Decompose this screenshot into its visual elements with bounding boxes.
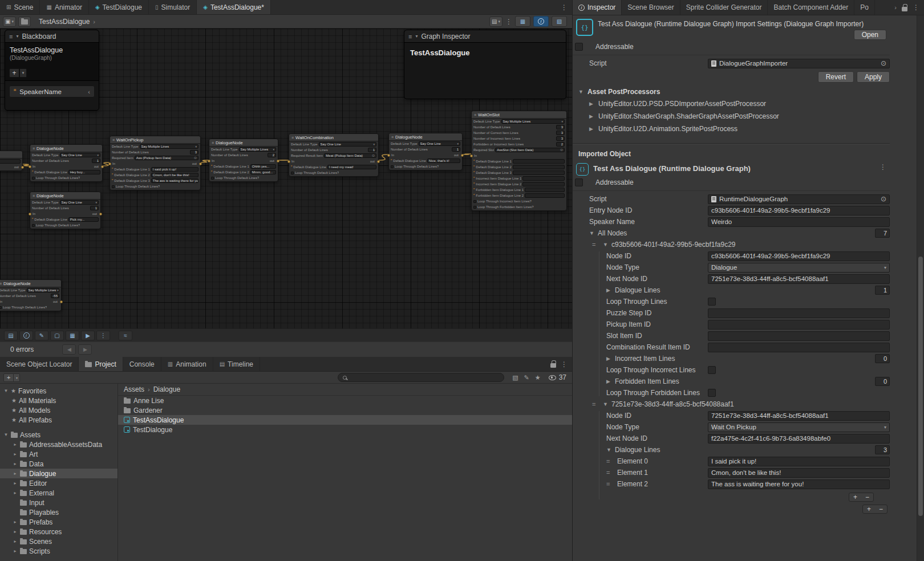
node-checkbox[interactable] (32, 177, 35, 180)
input-port[interactable] (108, 162, 111, 165)
add-property-button[interactable]: + (9, 68, 19, 78)
tab-timeline[interactable]: ▤ Timeline (213, 357, 260, 371)
node-dropdown[interactable]: Say One Line▾ (60, 153, 100, 157)
foldout-arrow-icon[interactable]: ▶ (589, 101, 595, 107)
save-search-star-icon[interactable]: ★ (535, 374, 541, 381)
list-item-testdialogue[interactable]: TestDialogue (118, 425, 572, 434)
graph-node-dialoguenode[interactable]: ≡DialogueNodeDefault Line TypeSay Multip… (0, 279, 62, 311)
list-item-gardener[interactable]: Gardener (118, 405, 572, 415)
graph-node-dialoguenode[interactable]: ≡DialogueNodeDefault Line TypeSay Multip… (209, 139, 278, 182)
node-text-field[interactable] (522, 182, 565, 186)
tab-scroll-chevron-icon[interactable]: › (894, 4, 897, 11)
open-asset-button[interactable] (18, 17, 31, 27)
breadcrumb-item[interactable]: TestAssDialogue (39, 18, 90, 26)
node-dropdown[interactable]: Say One Line▾ (319, 142, 376, 147)
node-checkbox[interactable] (291, 172, 294, 174)
tab-sprite-collider-generator[interactable]: Sprite Collider Generator (680, 0, 768, 15)
object-picker-icon[interactable]: ⊙ (881, 195, 886, 203)
node-text-field[interactable]: The ass is waiting there for you! (151, 178, 198, 183)
node-titlebar[interactable]: ≡DialogueNode (30, 145, 102, 152)
drag-handle-icon[interactable]: = (592, 241, 600, 248)
input-port[interactable] (208, 160, 210, 162)
search-by-label-icon[interactable]: ✎ (524, 374, 529, 381)
postprocessor-item[interactable]: ▶ UnityEditor.U2D.PSD.PSDImporterAssetPo… (573, 97, 890, 110)
input-port[interactable] (470, 155, 473, 157)
node-checkbox[interactable] (473, 200, 476, 203)
tab-project[interactable]: Project (79, 357, 123, 371)
node-type-dropdown[interactable]: Dialogue ▾ (708, 263, 890, 273)
incorrect-item-lines-count-field[interactable]: 0 (875, 354, 890, 363)
all-nodes-count-field[interactable]: 7 (875, 229, 890, 238)
node-number-field[interactable]: 3 (556, 125, 565, 129)
foldout-arrow-icon[interactable]: ▸ (13, 461, 18, 466)
list-item-anne-lise[interactable]: Anne Lise (118, 396, 572, 405)
node-dropdown[interactable]: ▾ (0, 159, 21, 164)
graph-inspector-panel[interactable]: ≡ ▾ Graph Inspector TestAssDialogue (404, 30, 566, 99)
node-text-field[interactable]: I said pick it up! (151, 167, 198, 172)
toggle-blackboard-button[interactable]: ▧ (552, 16, 567, 27)
node-text-field[interactable]: Hey boy... (68, 170, 100, 174)
postprocessor-item[interactable]: ▶ UnityEditor.ShaderGraph.ShaderGraphAss… (573, 110, 890, 123)
tree-item-prefabs[interactable]: ▸ Prefabs (0, 517, 117, 527)
blackboard-field-speakername[interactable]: “ SpeakerName ‹ (9, 86, 95, 97)
footer-play-button[interactable]: ▶ (81, 331, 95, 340)
pickup-item-id-field[interactable] (708, 320, 890, 330)
tree-item-all-prefabs[interactable]: ★ All Prefabs (0, 415, 117, 425)
node-text-field[interactable]: Cmon, don't be like this! (151, 173, 198, 177)
revert-button[interactable]: Revert (818, 71, 854, 83)
node-number-field[interactable]: 3 (190, 150, 198, 155)
input-port[interactable] (29, 213, 31, 216)
chevron-left-icon[interactable]: ‹ (88, 88, 90, 95)
tab-animator[interactable]: ▦ Animator (40, 0, 88, 14)
node-id-field[interactable]: 7251e73e-38d3-44ff-a8c5-bcf54088aaf1 (708, 411, 890, 421)
tab-scene[interactable]: ⊞ Scene (0, 0, 40, 14)
foldout-arrow-icon[interactable]: ▼ (3, 388, 9, 393)
inspector-scrollbar[interactable] (917, 15, 924, 561)
drag-handle-icon[interactable]: = (606, 481, 614, 487)
forbidden-item-lines-foldout[interactable]: ▶ Forbidden Item Lines 0 (573, 376, 890, 387)
input-port[interactable] (387, 154, 390, 157)
script-object-field[interactable]: RuntimeDialogueGraph ⊙ (708, 194, 890, 204)
foldout-arrow-icon[interactable]: ▸ (13, 529, 18, 534)
output-port[interactable] (277, 160, 279, 162)
combination-result-item-id-field[interactable] (708, 343, 890, 352)
output-port[interactable] (461, 154, 464, 157)
breadcrumb-item-dialogue[interactable]: Dialogue (153, 385, 180, 393)
tab-testdialogue[interactable]: ◈ TestDialogue (89, 0, 149, 14)
loop-through-lines-checkbox[interactable] (708, 298, 716, 306)
pane-menu-icon[interactable]: ⋮ (913, 3, 919, 11)
foldout-arrow-icon[interactable]: ▼ (603, 401, 609, 407)
footer-tools-button[interactable]: ✎ (35, 331, 48, 340)
node-text-field[interactable] (513, 159, 565, 164)
footer-list-button[interactable]: ▤ (4, 331, 18, 340)
all-nodes-foldout[interactable]: ▼ All Nodes 7 (573, 227, 890, 239)
tree-item-scripts[interactable]: ▸ Scripts (0, 546, 117, 556)
object-picker-icon[interactable]: ⊙ (560, 148, 563, 152)
node-type-dropdown[interactable]: Wait On Pickup ▾ (708, 422, 890, 432)
node-titlebar[interactable]: ≡DialogueNode (209, 139, 278, 147)
node-object-field[interactable]: AssSlot (Slot Item Data)⊙ (495, 148, 565, 152)
drag-handle-icon[interactable]: = (606, 469, 614, 476)
node-titlebar[interactable]: ≡WaitOnSlot (472, 111, 566, 119)
search-by-type-icon[interactable]: ▧ (512, 374, 518, 381)
object-picker-icon[interactable]: ⊙ (194, 156, 197, 160)
create-button[interactable]: + (3, 373, 14, 382)
foldout-arrow-icon[interactable]: ▶ (589, 126, 595, 132)
foldout-arrow-icon[interactable]: ▸ (13, 452, 18, 457)
element-1-field[interactable]: Cmon, don't be like this! (708, 468, 890, 478)
breadcrumb-item-assets[interactable]: Assets (124, 385, 144, 393)
postprocessors-foldout[interactable]: ▼ Asset PostProcessors (573, 86, 890, 97)
node-dropdown[interactable]: Say Multiple Lines▾ (501, 119, 565, 124)
node-text-field[interactable] (513, 170, 565, 175)
node-number-field[interactable]: 3 (556, 131, 565, 135)
puzzle-step-id-field[interactable] (708, 308, 890, 318)
loop-through-incorrect-checkbox[interactable] (708, 366, 716, 374)
foldout-arrow-icon[interactable]: ▼ (603, 242, 609, 247)
footer-info-button[interactable]: i (19, 331, 33, 340)
foldout-arrow-icon[interactable]: ▸ (13, 548, 18, 554)
node-checkbox[interactable] (112, 185, 115, 188)
tab-inspector[interactable]: i Inspector (573, 0, 622, 15)
node-checkbox[interactable] (473, 206, 476, 209)
node-number-field[interactable]: 2 (556, 142, 565, 147)
node-text-field[interactable]: Ohhh yes... (250, 164, 276, 169)
